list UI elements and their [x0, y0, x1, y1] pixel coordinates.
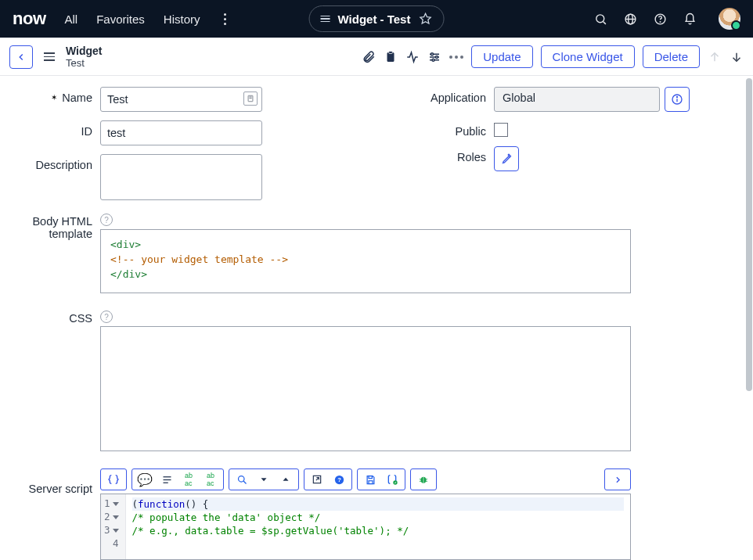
- svg-marker-29: [261, 478, 267, 481]
- record-name: Test: [66, 57, 103, 69]
- code-keyword: function: [138, 498, 185, 510]
- svg-point-13: [431, 52, 434, 55]
- code-text: <!-- your widget template -->: [110, 253, 288, 265]
- fold-icon[interactable]: [113, 502, 119, 506]
- script-toolbar: 💬 abac abac: [100, 468, 631, 490]
- fold-icon[interactable]: [113, 529, 119, 533]
- gutter: 1 2 3 4: [101, 494, 126, 559]
- attachment-icon[interactable]: [362, 50, 376, 64]
- nav-history[interactable]: History: [164, 13, 200, 26]
- bell-icon[interactable]: [683, 12, 697, 26]
- back-button[interactable]: [9, 45, 33, 69]
- id-label: ID: [6, 120, 100, 138]
- line-number: 4: [113, 537, 119, 551]
- roles-edit-button[interactable]: [494, 146, 519, 171]
- logo: now: [13, 9, 46, 29]
- body-html-editor[interactable]: <div> <!-- your widget template --> </di…: [100, 229, 631, 293]
- expand-icon[interactable]: [610, 472, 625, 487]
- roles-label: Roles: [376, 146, 494, 163]
- name-label: Name: [6, 87, 100, 104]
- context-pill[interactable]: Widget - Test: [309, 5, 445, 32]
- validate-icon[interactable]: [384, 472, 400, 487]
- svg-text:?: ?: [337, 476, 341, 483]
- format-code-icon[interactable]: [106, 472, 121, 487]
- toolbar-group-save: [357, 468, 405, 490]
- form-header-actions: Update Clone Widget Delete: [362, 45, 744, 68]
- star-icon[interactable]: [418, 12, 432, 26]
- scrollbar[interactable]: [746, 78, 752, 391]
- activity-icon[interactable]: [405, 50, 420, 64]
- record-title-block: Widget Test: [66, 45, 103, 69]
- context-title: Widget - Test: [338, 13, 411, 26]
- debug-icon[interactable]: [416, 472, 431, 487]
- css-label: CSS: [6, 311, 100, 325]
- svg-line-41: [420, 481, 420, 482]
- line-number: 1: [104, 497, 110, 512]
- script-help-icon[interactable]: ?: [331, 472, 347, 487]
- code-text: (: [132, 498, 139, 510]
- topnav-right: [593, 8, 740, 30]
- save-icon[interactable]: [362, 472, 378, 487]
- clone-button[interactable]: Clone Widget: [541, 45, 635, 68]
- description-input[interactable]: [100, 154, 262, 200]
- body-html-label: Body HTML template: [6, 214, 100, 240]
- right-column: Application Global Public Roles: [376, 87, 747, 209]
- nav-more-icon[interactable]: [219, 13, 232, 25]
- update-button[interactable]: Update: [471, 45, 532, 68]
- public-checkbox[interactable]: [494, 123, 508, 137]
- clipboard-icon[interactable]: [384, 50, 398, 64]
- chevron-down-icon[interactable]: [256, 472, 272, 487]
- list-icon: [321, 16, 330, 23]
- popout-icon[interactable]: [309, 472, 325, 487]
- comment-icon[interactable]: 💬: [137, 472, 153, 487]
- code-lines[interactable]: (function() { /* populate the 'data' obj…: [126, 494, 630, 559]
- nav-links: All Favorites History: [65, 13, 200, 26]
- svg-point-14: [436, 56, 438, 58]
- id-input[interactable]: [100, 120, 262, 145]
- application-value: Global: [494, 87, 660, 112]
- fold-icon[interactable]: [113, 515, 119, 519]
- public-label: Public: [376, 120, 494, 138]
- server-script-editor[interactable]: 1 2 3 4 (function() { /* populate the 'd…: [100, 494, 631, 560]
- find-replace-icon[interactable]: abac: [181, 472, 196, 487]
- wrap-icon[interactable]: [159, 472, 175, 487]
- top-nav: now All Favorites History Widget - Test: [0, 0, 753, 38]
- search-script-icon[interactable]: [234, 472, 250, 487]
- css-editor[interactable]: [100, 326, 631, 451]
- name-input[interactable]: [100, 87, 262, 112]
- avatar[interactable]: [719, 8, 740, 30]
- more-actions-icon[interactable]: [449, 56, 463, 59]
- svg-point-27: [238, 476, 244, 482]
- search-icon[interactable]: [593, 12, 607, 26]
- settings-icon[interactable]: [427, 50, 441, 64]
- toolbar-group-format: [100, 468, 127, 490]
- record-type: Widget: [66, 45, 103, 57]
- context-menu-icon[interactable]: [41, 49, 58, 64]
- svg-marker-30: [283, 478, 289, 481]
- nav-favorites[interactable]: Favorites: [96, 13, 145, 26]
- globe-icon[interactable]: [623, 12, 637, 26]
- svg-line-2: [603, 21, 605, 23]
- next-record-icon[interactable]: [730, 50, 744, 64]
- suggestion-icon[interactable]: [243, 92, 258, 106]
- toolbar-group-nav: [229, 468, 299, 490]
- help-icon[interactable]: [653, 12, 667, 26]
- svg-line-28: [243, 481, 246, 483]
- line-number: 3: [104, 523, 110, 538]
- svg-marker-0: [420, 13, 431, 23]
- chevron-up-icon[interactable]: [278, 472, 294, 487]
- replace-all-icon[interactable]: abac: [203, 472, 218, 487]
- delete-button[interactable]: Delete: [643, 45, 700, 68]
- css-help-icon[interactable]: ?: [100, 311, 113, 323]
- nav-all[interactable]: All: [65, 13, 78, 26]
- svg-line-40: [426, 479, 427, 479]
- prev-record-icon: [708, 50, 722, 64]
- application-label: Application: [376, 87, 494, 104]
- svg-point-1: [596, 14, 603, 22]
- application-info-button[interactable]: [665, 87, 690, 112]
- left-column: Name ID Description: [6, 87, 376, 209]
- body-html-help-icon[interactable]: ?: [100, 214, 113, 226]
- code-text: () {: [185, 498, 208, 510]
- code-comment: /* populate the 'data' object */: [132, 512, 321, 523]
- server-script-label: Server script: [6, 468, 100, 495]
